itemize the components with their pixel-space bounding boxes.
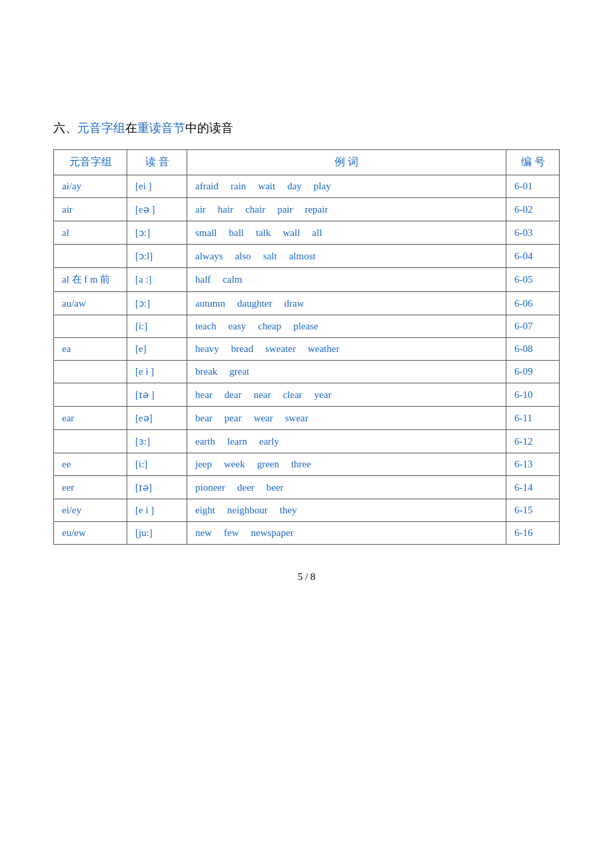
example-word: beer xyxy=(267,482,284,493)
example-word: rain xyxy=(231,181,246,192)
cell-examples: teacheasycheapplease xyxy=(187,315,506,338)
cell-vowel: au/aw xyxy=(54,292,127,315)
example-word: hear xyxy=(195,389,213,401)
table-row: ai/ay[ei ]afraidrainwaitdayplay6-01 xyxy=(54,175,560,198)
example-word: clear xyxy=(283,389,302,401)
cell-examples: heardearnearclearyear xyxy=(187,383,506,407)
cell-number: 6-16 xyxy=(506,522,560,545)
cell-vowel xyxy=(54,315,127,338)
example-word: please xyxy=(293,321,318,332)
example-word: weather xyxy=(308,343,339,355)
header-examples: 例 词 xyxy=(187,150,506,175)
header-number: 编 号 xyxy=(506,150,560,175)
title-suffix: 中的读音 xyxy=(185,121,233,135)
example-word: dear xyxy=(225,389,242,401)
example-word: cheap xyxy=(258,321,281,332)
example-word: bear xyxy=(195,413,213,424)
example-word: teach xyxy=(195,321,217,332)
title-mid: 在 xyxy=(125,121,137,135)
table-row: [ɔ:l]alwaysalsosaltalmost6-04 xyxy=(54,245,560,268)
cell-vowel: eu/ew xyxy=(54,522,127,545)
cell-phonetic: [ɔ:] xyxy=(127,221,187,245)
cell-number: 6-11 xyxy=(506,407,560,430)
example-word: three xyxy=(291,459,311,470)
example-word: pioneer xyxy=(195,482,225,493)
table-row: [i:]teacheasycheapplease6-07 xyxy=(54,315,560,338)
example-word: talk xyxy=(256,227,271,239)
example-word: repair xyxy=(305,204,328,215)
header-vowel: 元音字组 xyxy=(54,150,127,175)
cell-examples: newfewnewspaper xyxy=(187,522,506,545)
cell-number: 6-04 xyxy=(506,245,560,268)
cell-phonetic: [e] xyxy=(127,338,187,361)
cell-vowel: ei/ey xyxy=(54,499,127,522)
example-word: deer xyxy=(237,482,255,493)
example-word: chair xyxy=(245,204,265,215)
cell-vowel: air xyxy=(54,198,127,221)
cell-vowel: ea xyxy=(54,338,127,361)
example-word: heavy xyxy=(195,343,219,355)
table-row: eer[ɪə]pioneerdeerbeer6-14 xyxy=(54,476,560,499)
table-row: ea[e]heavybreadsweaterweather6-08 xyxy=(54,338,560,361)
cell-phonetic: [e i ] xyxy=(127,499,187,522)
cell-number: 6-03 xyxy=(506,221,560,245)
table-row: al[ɔ:]smallballtalkwallall6-03 xyxy=(54,221,560,245)
example-word: afraid xyxy=(195,181,219,192)
example-word: near xyxy=(254,389,271,401)
cell-vowel: ee xyxy=(54,453,127,476)
cell-number: 6-01 xyxy=(506,175,560,198)
cell-examples: eightneighbourthey xyxy=(187,499,506,522)
example-word: swear xyxy=(285,413,308,424)
cell-examples: earthlearnearly xyxy=(187,430,506,453)
section-title: 六、元音字组在重读音节中的读音 xyxy=(53,120,560,136)
cell-phonetic: [ɪə] xyxy=(127,476,187,499)
cell-vowel: al 在 f m 前 xyxy=(54,268,127,292)
cell-phonetic: [eə] xyxy=(127,407,187,430)
example-word: ball xyxy=(229,227,245,239)
example-word: small xyxy=(195,227,217,239)
example-word: sweater xyxy=(265,343,296,355)
cell-number: 6-07 xyxy=(506,315,560,338)
cell-examples: pioneerdeerbeer xyxy=(187,476,506,499)
example-word: earth xyxy=(195,436,215,447)
cell-number: 6-10 xyxy=(506,383,560,407)
cell-vowel xyxy=(54,245,127,268)
table-row: air[eə ]airhairchairpairrepair6-02 xyxy=(54,198,560,221)
cell-vowel xyxy=(54,361,127,383)
example-word: week xyxy=(224,459,245,470)
table-row: al 在 f m 前[a :]halfcalm6-05 xyxy=(54,268,560,292)
cell-examples: jeepweekgreenthree xyxy=(187,453,506,476)
table-row: au/aw[ɔ:]autumndaughterdraw6-06 xyxy=(54,292,560,315)
cell-vowel: ear xyxy=(54,407,127,430)
example-word: daughter xyxy=(237,298,272,309)
cell-examples: afraidrainwaitdayplay xyxy=(187,175,506,198)
cell-phonetic: [ɔ:l] xyxy=(127,245,187,268)
cell-vowel xyxy=(54,430,127,453)
cell-number: 6-08 xyxy=(506,338,560,361)
cell-number: 6-06 xyxy=(506,292,560,315)
example-word: play xyxy=(314,181,331,192)
example-word: early xyxy=(259,436,279,447)
table-header-row: 元音字组 读 音 例 词 编 号 xyxy=(54,150,560,175)
example-word: calm xyxy=(223,274,242,285)
cell-phonetic: [i:] xyxy=(127,315,187,338)
table-row: ee[i:]jeepweekgreenthree6-13 xyxy=(54,453,560,476)
cell-number: 6-12 xyxy=(506,430,560,453)
title-prefix: 六、 xyxy=(53,121,77,135)
title-blue2: 重读音节 xyxy=(137,121,185,135)
cell-number: 6-02 xyxy=(506,198,560,221)
example-word: also xyxy=(235,251,251,262)
cell-phonetic: [ɜ:] xyxy=(127,430,187,453)
cell-phonetic: [eə ] xyxy=(127,198,187,221)
example-word: they xyxy=(280,505,297,516)
example-word: autumn xyxy=(195,298,225,309)
cell-phonetic: [ɔ:] xyxy=(127,292,187,315)
example-word: always xyxy=(195,251,223,262)
example-word: learn xyxy=(227,436,247,447)
cell-examples: airhairchairpairrepair xyxy=(187,198,506,221)
cell-phonetic: [a :] xyxy=(127,268,187,292)
table-row: eu/ew[ju:]newfewnewspaper6-16 xyxy=(54,522,560,545)
cell-number: 6-14 xyxy=(506,476,560,499)
example-word: break xyxy=(195,366,217,377)
cell-phonetic: [i:] xyxy=(127,453,187,476)
